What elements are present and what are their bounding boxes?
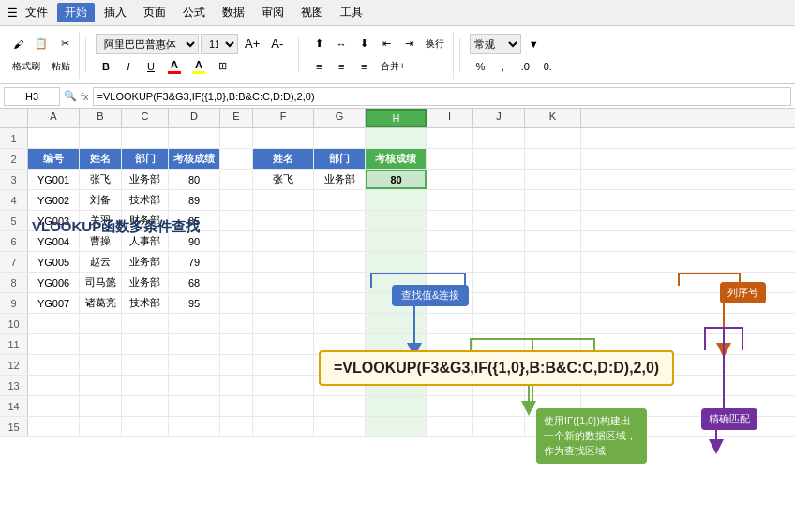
- cell-F5[interactable]: [253, 211, 314, 230]
- wrap-text-button[interactable]: 换行: [421, 34, 449, 54]
- comma-button[interactable]: ,: [492, 56, 513, 77]
- cell-A8[interactable]: YG006: [28, 273, 80, 292]
- cell-F3[interactable]: 张飞: [253, 170, 314, 189]
- formula-input[interactable]: [93, 87, 791, 106]
- cell-D4[interactable]: 89: [169, 190, 220, 210]
- cell-E2[interactable]: [220, 149, 253, 169]
- cell-J5[interactable]: [473, 211, 525, 230]
- align-middle-button[interactable]: ↔: [331, 34, 352, 54]
- app-menu-icon[interactable]: ☰: [8, 7, 18, 20]
- align-top-button[interactable]: ⬆: [308, 34, 329, 54]
- cell-I5[interactable]: [427, 211, 473, 230]
- cell-F4[interactable]: [253, 190, 314, 210]
- cell-K1[interactable]: [525, 128, 581, 148]
- col-header-D[interactable]: D: [169, 109, 220, 127]
- col-header-A[interactable]: A: [28, 109, 80, 127]
- cell-C3[interactable]: 业务部: [122, 170, 169, 189]
- cell-B1[interactable]: [80, 128, 122, 148]
- cell-E5[interactable]: [220, 211, 253, 230]
- cell-A4[interactable]: YG002: [28, 190, 80, 210]
- cell-D7[interactable]: 79: [169, 252, 220, 272]
- cell-D8[interactable]: 68: [169, 273, 220, 292]
- cell-D6[interactable]: 90: [169, 231, 220, 251]
- menu-file[interactable]: 文件: [18, 3, 55, 22]
- cell-D5[interactable]: 85: [169, 211, 220, 230]
- cell-C5[interactable]: 财务部: [122, 211, 169, 230]
- formula-fx-icon[interactable]: fx: [81, 91, 89, 102]
- cell-K3[interactable]: [525, 170, 581, 189]
- cell-E3[interactable]: [220, 170, 253, 189]
- cell-F2[interactable]: 姓名: [253, 149, 314, 169]
- italic-button[interactable]: I: [118, 56, 139, 77]
- align-left-button[interactable]: ≡: [308, 56, 329, 77]
- cell-H3[interactable]: 80: [366, 170, 427, 189]
- col-header-G[interactable]: G: [314, 109, 366, 127]
- cell-E9[interactable]: [220, 293, 253, 313]
- cell-A2[interactable]: 编号: [28, 149, 80, 169]
- bold-button[interactable]: B: [96, 56, 116, 77]
- font-shrink-button[interactable]: A-: [266, 34, 288, 54]
- cell-A9[interactable]: YG007: [28, 293, 80, 313]
- cell-C7[interactable]: 业务部: [122, 252, 169, 272]
- col-header-I[interactable]: I: [427, 109, 473, 127]
- font-grow-button[interactable]: A+: [240, 34, 264, 54]
- cell-H4[interactable]: [366, 190, 427, 210]
- menu-view[interactable]: 视图: [293, 3, 331, 22]
- cell-K8[interactable]: [525, 273, 581, 292]
- cell-H7[interactable]: [366, 252, 427, 272]
- cell-G2[interactable]: 部门: [314, 149, 366, 169]
- cut-button[interactable]: ✂: [54, 34, 75, 54]
- cell-D3[interactable]: 80: [169, 170, 220, 189]
- cell-F8[interactable]: [253, 273, 314, 292]
- cell-H2[interactable]: 考核成绩: [366, 149, 427, 169]
- cell-E1[interactable]: [220, 128, 253, 148]
- cell-K9[interactable]: [525, 293, 581, 313]
- cell-B6[interactable]: 曹操: [80, 231, 122, 251]
- cell-C6[interactable]: 人事部: [122, 231, 169, 251]
- cell-B8[interactable]: 司马懿: [80, 273, 122, 292]
- cell-G5[interactable]: [314, 211, 366, 230]
- underline-button[interactable]: U: [141, 56, 161, 77]
- cell-H6[interactable]: [366, 231, 427, 251]
- cell-C9[interactable]: 技术部: [122, 293, 169, 313]
- cell-D1[interactable]: [169, 128, 220, 148]
- cell-B4[interactable]: 刘备: [80, 190, 122, 210]
- col-header-B[interactable]: B: [80, 109, 122, 127]
- cell-E7[interactable]: [220, 252, 253, 272]
- cell-A1[interactable]: [28, 128, 80, 148]
- cell-B5[interactable]: 关羽: [80, 211, 122, 230]
- cell-B7[interactable]: 赵云: [80, 252, 122, 272]
- cell-F7[interactable]: [253, 252, 314, 272]
- cell-F6[interactable]: [253, 231, 314, 251]
- number-format-dropdown[interactable]: ▼: [523, 34, 544, 54]
- cell-C8[interactable]: 业务部: [122, 273, 169, 292]
- menu-tools[interactable]: 工具: [333, 3, 370, 22]
- col-header-J[interactable]: J: [473, 109, 525, 127]
- cell-G4[interactable]: [314, 190, 366, 210]
- decimal-decrease-button[interactable]: 0.: [537, 56, 558, 77]
- cell-K5[interactable]: [525, 211, 581, 230]
- cell-J2[interactable]: [473, 149, 525, 169]
- font-color-button[interactable]: A: [163, 56, 186, 77]
- cell-J4[interactable]: [473, 190, 525, 210]
- cell-H5[interactable]: [366, 211, 427, 230]
- align-bottom-button[interactable]: ⬇: [353, 34, 374, 54]
- cell-J7[interactable]: [473, 252, 525, 272]
- cell-I6[interactable]: [427, 231, 473, 251]
- cell-F1[interactable]: [253, 128, 314, 148]
- cell-G9[interactable]: [314, 293, 366, 313]
- cell-A3[interactable]: YG001: [28, 170, 80, 189]
- col-header-E[interactable]: E: [220, 109, 253, 127]
- cell-F9[interactable]: [253, 293, 314, 313]
- cell-J9[interactable]: [473, 293, 525, 313]
- cell-D9[interactable]: 95: [169, 293, 220, 313]
- font-size-select[interactable]: 11: [201, 34, 238, 54]
- cell-C2[interactable]: 部门: [122, 149, 169, 169]
- menu-insert[interactable]: 插入: [97, 3, 134, 22]
- number-format-select[interactable]: 常规: [470, 34, 521, 54]
- cell-I2[interactable]: [427, 149, 473, 169]
- menu-formula[interactable]: 公式: [175, 3, 213, 22]
- col-header-K[interactable]: K: [525, 109, 581, 127]
- cell-reference-input[interactable]: [4, 87, 60, 106]
- cell-B9[interactable]: 诸葛亮: [80, 293, 122, 313]
